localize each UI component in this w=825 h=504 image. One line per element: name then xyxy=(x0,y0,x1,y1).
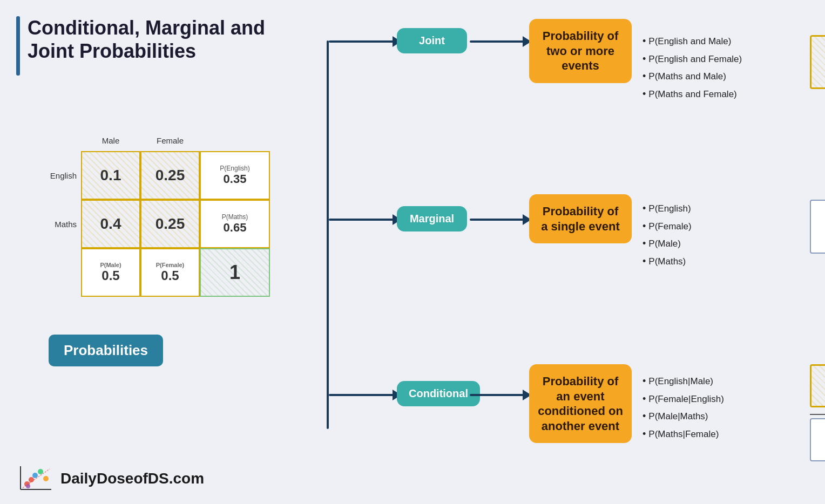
flow-diagram: Joint Probability of two or more events … xyxy=(265,16,750,491)
type-badge-joint: Joint xyxy=(397,28,467,53)
total-male-value: 0.5 xyxy=(102,268,119,283)
corner-cell xyxy=(32,130,81,151)
marginal-desc-text: Probability of a single event xyxy=(541,205,620,233)
logo-area: DailyDoseofDS.com xyxy=(16,464,204,493)
deco-rect-joint xyxy=(810,35,825,89)
title-line2: Joint Probabilities xyxy=(28,40,196,62)
svg-point-5 xyxy=(38,469,43,474)
svg-point-4 xyxy=(32,473,38,478)
marginal-col-header xyxy=(200,130,270,151)
total-male-label: P(Male) xyxy=(100,262,121,268)
title-area: Conditional, Marginal and Joint Probabil… xyxy=(16,16,265,76)
svg-point-3 xyxy=(29,477,34,482)
probabilities-button[interactable]: Probabilities xyxy=(49,335,163,366)
deco-divider xyxy=(810,414,825,415)
desc-box-joint: Probability of two or more events xyxy=(529,19,632,83)
cell-english-male: 0.1 xyxy=(81,151,140,200)
svg-point-6 xyxy=(43,476,49,481)
cell-marginal-maths: P(Maths) 0.65 xyxy=(200,200,270,248)
type-badge-conditional: Conditional xyxy=(397,381,480,406)
col-header-female: Female xyxy=(140,130,200,151)
row-label-maths: Maths xyxy=(32,200,81,248)
marginal-bullet-4: P(Maths) xyxy=(643,253,692,270)
type-badge-marginal: Marginal xyxy=(397,206,467,231)
conditional-bullet-4: P(Maths|Female) xyxy=(643,425,724,443)
joint-bullet-1: P(English and Male) xyxy=(643,32,742,50)
marginal-bullet-2: P(Female) xyxy=(643,217,692,235)
conditional-desc-text: Probability of an event conditioned on a… xyxy=(538,374,623,433)
logo-chart-icon xyxy=(16,464,54,493)
marginal-english-value: 0.35 xyxy=(224,173,247,186)
logo-text: DailyDoseofDS.com xyxy=(60,470,204,487)
horiz-line-marginal xyxy=(329,219,394,221)
deco-rect-conditional-top xyxy=(810,364,825,407)
col-header-male: Male xyxy=(81,130,140,151)
cell-maths-male: 0.4 xyxy=(81,200,140,248)
conditional-bullet-3: P(Male|Maths) xyxy=(643,407,724,425)
horiz-arrow-marginal-desc xyxy=(470,219,524,221)
joint-bullet-4: P(Maths and Female) xyxy=(643,85,742,103)
conditional-bullet-1: P(English|Male) xyxy=(643,372,724,390)
joint-desc-text: Probability of two or more events xyxy=(543,29,619,72)
title-accent-bar xyxy=(16,16,20,76)
page-title: Conditional, Marginal and Joint Probabil… xyxy=(28,16,265,63)
cell-maths-female: 0.25 xyxy=(140,200,200,248)
marginal-bullets: P(English) P(Female) P(Male) P(Maths) xyxy=(643,200,692,270)
marginal-english-label: P(English) xyxy=(220,165,249,172)
joint-label: Joint xyxy=(419,35,445,46)
title-line1: Conditional, Marginal and xyxy=(28,17,265,39)
horiz-line-joint xyxy=(329,40,394,43)
conditional-bullets: P(English|Male) P(Female|English) P(Male… xyxy=(643,372,724,442)
marginal-maths-value: 0.65 xyxy=(224,221,247,234)
desc-box-conditional: Probability of an event conditioned on a… xyxy=(529,364,632,443)
horiz-arrow-conditional-desc xyxy=(470,394,524,396)
marginal-bullet-1: P(English) xyxy=(643,200,692,217)
cell-english-female: 0.25 xyxy=(140,151,200,200)
deco-rect-conditional-bottom xyxy=(810,418,825,461)
totals-corner xyxy=(32,248,81,297)
conditional-bullet-2: P(Female|English) xyxy=(643,390,724,408)
row-label-english: English xyxy=(32,151,81,200)
vertical-line xyxy=(327,40,329,429)
cell-total-male: P(Male) 0.5 xyxy=(81,248,140,297)
desc-box-marginal: Probability of a single event xyxy=(529,194,632,243)
joint-bullets: P(English and Male) P(English and Female… xyxy=(643,32,742,103)
svg-point-7 xyxy=(26,484,30,488)
marginal-maths-label: P(Maths) xyxy=(222,214,248,221)
conditional-label: Conditional xyxy=(409,387,468,399)
total-female-value: 0.5 xyxy=(161,268,179,283)
probability-table-area: Male Female English 0.1 0.25 P(English) … xyxy=(32,130,270,297)
deco-rect-marginal xyxy=(810,200,825,254)
total-female-label: P(Female) xyxy=(156,262,185,268)
marginal-bullet-3: P(Male) xyxy=(643,235,692,253)
joint-bullet-3: P(Maths and Male) xyxy=(643,67,742,85)
cell-marginal-english: P(English) 0.35 xyxy=(200,151,270,200)
joint-bullet-2: P(English and Female) xyxy=(643,50,742,68)
horiz-line-conditional xyxy=(329,394,394,396)
cell-total-female: P(Female) 0.5 xyxy=(140,248,200,297)
horiz-arrow-joint-desc xyxy=(470,40,524,43)
table-grid: Male Female English 0.1 0.25 P(English) … xyxy=(32,130,270,297)
marginal-label: Marginal xyxy=(410,213,454,224)
page: Conditional, Marginal and Joint Probabil… xyxy=(0,0,825,504)
cell-grand-total: 1 xyxy=(200,248,270,297)
